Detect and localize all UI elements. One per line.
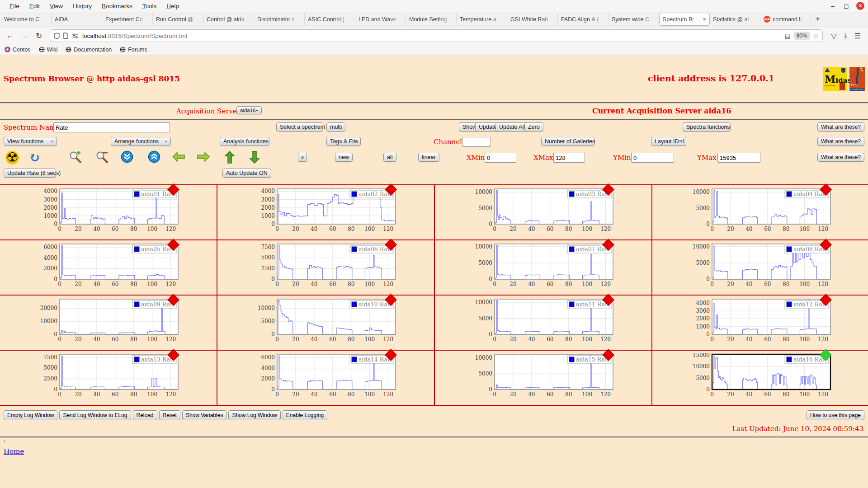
move-left-icon[interactable]: [172, 151, 185, 162]
reload-button[interactable]: Reload: [133, 410, 157, 420]
permissions-icon[interactable]: [72, 33, 79, 38]
spectrum-cell-aida15[interactable]: 0204060801001200500010000aida15 Rate: [435, 351, 651, 405]
tab-gsi-white-rab[interactable]: GSI White Rab: [507, 13, 558, 25]
tab-run-control-[interactable]: Run Control @: [153, 13, 203, 25]
spectrum-name-input[interactable]: [53, 122, 170, 132]
enable-logging-button[interactable]: Enable Logging: [283, 410, 327, 420]
spectrum-cell-aida03[interactable]: 0204060801001200500010000aida03 Rate: [435, 185, 651, 239]
ymax-input[interactable]: [717, 153, 760, 163]
url-bar[interactable]: localhost :8015/Spectrum/Spectrum.tml ▤ …: [50, 29, 823, 42]
tab-led-and-wave[interactable]: LED and Wave: [355, 13, 406, 25]
forward-icon[interactable]: →: [18, 31, 31, 40]
new-button[interactable]: new: [335, 153, 353, 162]
x-button[interactable]: x: [298, 153, 307, 162]
tab-system-wide-c[interactable]: System wide C: [609, 13, 659, 25]
spectrum-cell-aida10[interactable]: 0204060801001200500010000aida10 Rate: [217, 296, 434, 350]
analysis-functions-dropdown[interactable]: Analysis functions: [220, 137, 269, 146]
tab-close-icon[interactable]: ×: [703, 16, 706, 23]
menu-tools[interactable]: Tools: [137, 3, 162, 9]
auto-update-button[interactable]: Auto Update ON: [222, 169, 271, 178]
send-log-window-to-elog-button[interactable]: Send Log Window to ELog: [59, 410, 131, 420]
what-are-these-button-3[interactable]: What are these?: [817, 153, 864, 162]
xmax-input[interactable]: [553, 153, 585, 163]
zoom-level-badge[interactable]: 80%: [794, 32, 810, 40]
bookmark-documentation[interactable]: Documentation: [66, 47, 112, 53]
move-up-icon[interactable]: [224, 150, 235, 164]
zoom-out-icon[interactable]: [95, 150, 109, 164]
tab-welcome-to-c[interactable]: Welcome to C: [1, 13, 52, 25]
ymin-input[interactable]: [631, 153, 674, 163]
update-all-button[interactable]: Update All: [495, 122, 528, 131]
page-info-icon[interactable]: [63, 33, 68, 39]
move-right-icon[interactable]: [197, 151, 210, 162]
radiation-zero-icon[interactable]: ☢: [5, 151, 19, 164]
new-tab-button[interactable]: +: [811, 12, 825, 27]
number-of-galleries-dropdown[interactable]: Number of Galleries: [541, 137, 594, 146]
spectrum-cell-aida04[interactable]: 0204060801001200500010000aida04 Rate: [652, 185, 868, 239]
view-functions-dropdown[interactable]: View functions: [4, 137, 57, 146]
tags-fits-dropdown[interactable]: Tags & Fits: [326, 137, 361, 146]
tab-statistics-ai[interactable]: Statistics @ ai: [710, 13, 760, 25]
home-link[interactable]: Home: [4, 447, 25, 455]
scroll-up-icon[interactable]: [148, 150, 160, 163]
spectrum-cell-aida07[interactable]: 0204060801001200500010000aida07 Rate: [435, 240, 651, 295]
multi-button[interactable]: multi: [326, 122, 345, 131]
tab-temperature-a[interactable]: Temperature a: [457, 13, 507, 25]
spectrum-cell-aida13[interactable]: 0204060801001200250050007500aida13 Rate: [0, 351, 217, 405]
bookmark-centos[interactable]: Centos: [5, 47, 31, 53]
menu-help[interactable]: Help: [161, 3, 184, 9]
spectrum-cell-aida02[interactable]: 02040608010012001000200030004000aida02 R…: [217, 185, 434, 239]
tab-discriminator-c[interactable]: Discriminator c: [254, 13, 305, 25]
shield-icon[interactable]: [54, 33, 60, 39]
menu-file[interactable]: File: [5, 3, 24, 9]
spectrum-cell-aida16[interactable]: 020406080100120050001000015000aida16 Rat…: [652, 351, 868, 405]
spectra-functions-dropdown[interactable]: Spectra functions: [683, 122, 731, 131]
tab-control-aida[interactable]: Control @ aida: [203, 13, 254, 25]
downloads-icon[interactable]: ⤓: [844, 32, 847, 40]
minimize-icon[interactable]: –: [829, 2, 836, 9]
empty-log-window-button[interactable]: Empty Log Window: [4, 410, 57, 420]
linear-button[interactable]: linear: [418, 153, 439, 162]
tab-spectrum-br[interactable]: Spectrum Br×: [659, 13, 710, 26]
xmin-input[interactable]: [485, 153, 516, 163]
reader-view-icon[interactable]: ▤: [784, 32, 790, 39]
close-icon[interactable]: ✕: [856, 2, 864, 10]
menu-hamburger-icon[interactable]: ☰: [854, 32, 861, 40]
spectrum-cell-aida11[interactable]: 0204060801001200500010000aida11 Rate: [435, 296, 651, 350]
scroll-down-icon[interactable]: [121, 150, 133, 163]
menu-bookmarks[interactable]: Bookmarks: [97, 3, 137, 9]
tab-experiment-co[interactable]: Experiment Co: [102, 13, 153, 25]
what-are-these-button-2[interactable]: What are these?: [817, 137, 864, 146]
bookmark-star-icon[interactable]: ☆: [813, 32, 819, 39]
tab-command-li[interactable]: askcommand li: [760, 13, 811, 25]
acquisition-server-select[interactable]: aida16: [236, 106, 262, 114]
pocket-icon[interactable]: ▽: [831, 32, 836, 40]
spectrum-cell-aida12[interactable]: 02040608010012001000200030004000aida12 R…: [652, 296, 868, 350]
bookmark-forums[interactable]: Forums: [120, 47, 147, 53]
how-to-use-button[interactable]: How to use this page: [807, 410, 864, 420]
reload-icon[interactable]: ↻: [33, 31, 45, 41]
spectrum-cell-aida06[interactable]: 0204060801001200250050007500aida06 Rate: [217, 240, 434, 295]
select-spectrum-dropdown[interactable]: Select a spectrum: [276, 122, 323, 131]
all-button[interactable]: all: [383, 153, 396, 162]
show-variables-button[interactable]: Show Variables: [182, 410, 227, 420]
menu-view[interactable]: View: [45, 3, 68, 9]
channel-input[interactable]: [462, 137, 491, 147]
layout-id-dropdown[interactable]: Layout ID=1: [651, 137, 686, 146]
back-icon[interactable]: ←: [4, 31, 16, 40]
menu-history[interactable]: History: [68, 3, 97, 9]
show-log-window-button[interactable]: Show Log Window: [228, 410, 280, 420]
spectrum-cell-aida08[interactable]: 0204060801001200500010000aida08 Rate: [652, 240, 868, 295]
move-down-icon[interactable]: [249, 150, 260, 164]
tab-asic-control-[interactable]: ASIC Control (: [305, 13, 355, 25]
reset-button[interactable]: Reset: [159, 410, 180, 420]
menu-edit[interactable]: Edit: [24, 3, 45, 9]
refresh-icon[interactable]: ↻: [29, 150, 40, 165]
tab-fadc-align-[interactable]: FADC Align & (: [558, 13, 609, 25]
spectrum-cell-aida01[interactable]: 02040608010012001000200030004000aida01 R…: [0, 185, 217, 239]
zoom-in-icon[interactable]: [69, 150, 82, 164]
what-are-these-button-1[interactable]: What are these?: [817, 122, 864, 131]
arrange-functions-dropdown[interactable]: Arrange functions: [111, 137, 171, 146]
spectrum-cell-aida14[interactable]: 0204060801001200200040006000aida14 Rate: [217, 351, 434, 405]
tab-aida[interactable]: AIDA: [52, 13, 102, 25]
